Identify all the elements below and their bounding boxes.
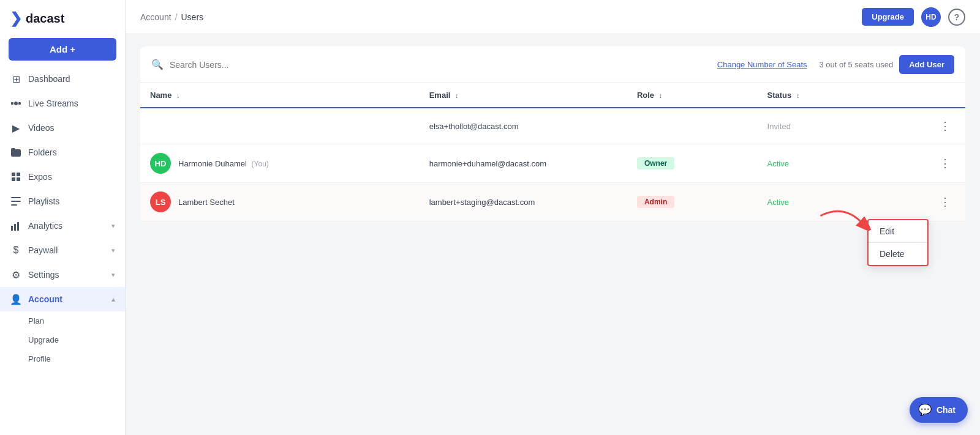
svg-rect-9 xyxy=(11,204,17,206)
users-table-container: Name ↓ Email ↕ Role ↕ Status ↕ xyxy=(140,83,965,221)
main-content: Account / Users Upgrade HD ? 🔍 Change Nu… xyxy=(126,0,980,435)
svg-rect-8 xyxy=(11,201,21,202)
sort-icon-name: ↓ xyxy=(176,92,180,99)
chevron-up-icon: ▴ xyxy=(111,296,115,303)
playlists-icon xyxy=(10,195,22,207)
table-header: Name ↓ Email ↕ Role ↕ Status ↕ xyxy=(140,83,965,108)
user-status-cell: Active xyxy=(758,144,925,183)
breadcrumb-current: Users xyxy=(181,12,203,22)
sidebar-item-label: Videos xyxy=(28,123,115,133)
col-email[interactable]: Email ↕ xyxy=(420,83,627,108)
context-menu-delete[interactable]: Delete xyxy=(869,243,927,265)
page-content: 🔍 Change Number of Seats 3 out of 5 seat… xyxy=(126,34,980,435)
role-badge: Admin xyxy=(637,196,674,208)
col-actions xyxy=(925,83,965,108)
page-header: Account / Users Upgrade HD ? xyxy=(126,0,980,34)
avatar: HD xyxy=(150,153,171,174)
svg-rect-7 xyxy=(11,197,21,198)
user-actions-cell: ⋮ xyxy=(925,183,965,221)
sidebar-item-live-streams[interactable]: Live Streams xyxy=(0,91,125,116)
dashboard-icon: ⊞ xyxy=(10,73,22,85)
user-avatar-button[interactable]: HD xyxy=(921,7,941,27)
chevron-down-icon: ▾ xyxy=(111,247,115,255)
sidebar-item-playlists[interactable]: Playlists xyxy=(0,189,125,214)
user-cell: HD Harmonie Duhamel (You) xyxy=(150,153,410,174)
status-badge: Active xyxy=(767,198,789,207)
sidebar: ❯ dacast Add + ⊞ Dashboard Live Streams … xyxy=(0,0,126,435)
sidebar-item-label: Expos xyxy=(28,172,115,182)
user-actions-cell: ⋮ xyxy=(925,144,965,183)
sidebar-item-dashboard[interactable]: ⊞ Dashboard xyxy=(0,67,125,91)
users-table-wrapper: 🔍 Change Number of Seats 3 out of 5 seat… xyxy=(140,46,965,221)
search-toolbar: 🔍 Change Number of Seats 3 out of 5 seat… xyxy=(140,46,965,83)
sidebar-item-label: Settings xyxy=(28,270,105,280)
sidebar-item-label: Playlists xyxy=(28,196,115,206)
sidebar-item-expos[interactable]: Expos xyxy=(0,165,125,189)
sidebar-item-profile[interactable]: Profile xyxy=(0,349,125,368)
svg-rect-1 xyxy=(11,102,13,105)
sidebar-item-folders[interactable]: Folders xyxy=(0,140,125,165)
role-badge: Owner xyxy=(637,157,674,169)
analytics-icon xyxy=(10,220,22,232)
add-button[interactable]: Add + xyxy=(9,38,116,61)
breadcrumb-parent[interactable]: Account xyxy=(140,12,172,22)
sidebar-item-paywall[interactable]: $ Paywall ▾ xyxy=(0,238,125,262)
sidebar-item-label: Dashboard xyxy=(28,74,115,84)
sidebar-item-analytics[interactable]: Analytics ▾ xyxy=(0,214,125,238)
context-menu-edit[interactable]: Edit xyxy=(869,220,927,243)
sidebar-item-label: Live Streams xyxy=(28,99,115,108)
settings-icon: ⚙ xyxy=(10,269,22,281)
sidebar-item-label: Folders xyxy=(28,147,115,157)
row-action-button[interactable]: ⋮ xyxy=(935,117,956,135)
logo-icon: ❯ xyxy=(10,10,22,27)
col-status[interactable]: Status ↕ xyxy=(758,83,925,108)
svg-rect-10 xyxy=(11,226,13,231)
avatar: LS xyxy=(150,191,171,212)
chat-button[interactable]: 💬 Chat xyxy=(910,397,968,423)
logo-text: dacast xyxy=(26,12,64,26)
sort-icon-email: ↕ xyxy=(455,92,459,99)
help-button[interactable]: ? xyxy=(948,9,965,26)
svg-rect-12 xyxy=(17,222,19,231)
user-display-name: Lambert Sechet xyxy=(178,198,235,207)
user-name-cell xyxy=(140,108,420,144)
breadcrumb: Account / Users xyxy=(140,12,203,22)
live-streams-icon xyxy=(10,97,22,110)
add-user-button[interactable]: Add User xyxy=(899,55,954,74)
col-name[interactable]: Name ↓ xyxy=(140,83,420,108)
user-role-cell xyxy=(627,108,758,144)
upgrade-button[interactable]: Upgrade xyxy=(862,8,914,26)
sidebar-item-label: Analytics xyxy=(28,221,105,231)
logo: ❯ dacast xyxy=(0,0,125,34)
user-name-cell: LS Lambert Sechet xyxy=(140,183,420,221)
user-cell: LS Lambert Sechet xyxy=(150,191,410,212)
table-row: elsa+thollot@dacast.com Invited ⋮ xyxy=(140,108,965,144)
header-actions: Upgrade HD ? xyxy=(862,7,965,27)
folders-icon xyxy=(10,146,22,158)
sort-icon-status: ↕ xyxy=(796,92,800,99)
svg-point-0 xyxy=(14,102,18,105)
chat-icon: 💬 xyxy=(918,403,932,417)
table-row: HD Harmonie Duhamel (You) harmonie+duham… xyxy=(140,144,965,183)
sidebar-item-label: Account xyxy=(28,294,105,304)
row-action-button[interactable]: ⋮ xyxy=(935,193,956,211)
user-status-cell: Invited xyxy=(758,108,925,144)
svg-rect-2 xyxy=(18,102,21,105)
user-role-cell: Owner xyxy=(627,144,758,183)
you-badge: (You) xyxy=(252,160,269,168)
sidebar-item-upgrade[interactable]: Upgrade xyxy=(0,330,125,349)
sort-icon-role: ↕ xyxy=(659,92,663,99)
sidebar-item-videos[interactable]: ▶ Videos xyxy=(0,116,125,140)
sidebar-item-plan[interactable]: Plan xyxy=(0,311,125,330)
users-table: Name ↓ Email ↕ Role ↕ Status ↕ xyxy=(140,83,965,221)
svg-rect-5 xyxy=(12,177,15,181)
svg-rect-11 xyxy=(14,224,16,231)
row-action-button[interactable]: ⋮ xyxy=(935,154,956,173)
col-role[interactable]: Role ↕ xyxy=(627,83,758,108)
sidebar-item-settings[interactable]: ⚙ Settings ▾ xyxy=(0,262,125,287)
change-seats-link[interactable]: Change Number of Seats xyxy=(717,60,807,69)
search-input[interactable] xyxy=(170,60,711,70)
sidebar-item-account[interactable]: 👤 Account ▴ xyxy=(0,287,125,311)
paywall-icon: $ xyxy=(10,244,22,256)
svg-rect-3 xyxy=(12,173,15,176)
